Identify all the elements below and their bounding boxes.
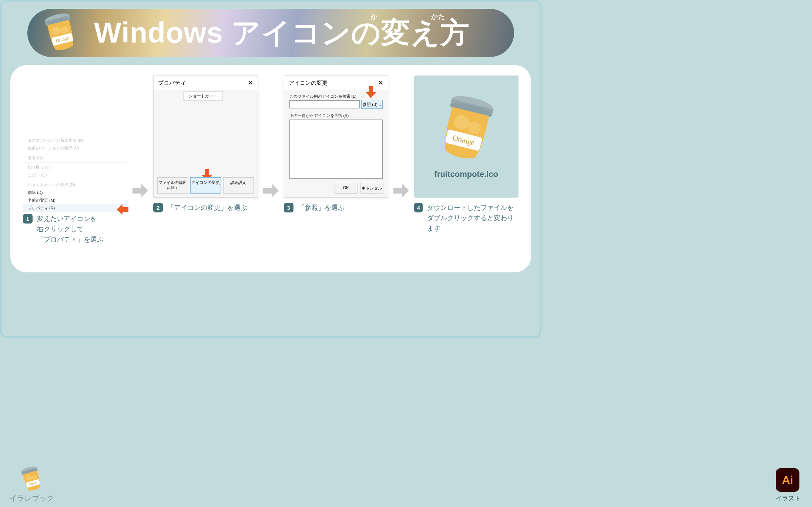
ruby-kata: かた <box>431 12 445 21</box>
change-icon-button[interactable]: アイコンの変更 <box>190 177 221 194</box>
step-caption: 2 「アイコンの変更」を選ぶ <box>153 203 258 213</box>
pointer-arrow-icon <box>365 85 377 99</box>
ctx-item[interactable]: タスクバーにピン留めする (K) <box>23 137 127 144</box>
caption-text: 変えたいアイコンを 右クリックして 「プロパティ」を選ぶ <box>37 214 104 245</box>
step-caption: 1 変えたいアイコンを 右クリックして 「プロパティ」を選ぶ <box>23 214 127 245</box>
cancel-button[interactable]: キャンセル <box>360 183 383 194</box>
step-arrow-icon <box>262 182 279 199</box>
advanced-button[interactable]: 詳細設定 <box>223 177 254 194</box>
pointer-arrow-icon <box>116 204 129 215</box>
caption-text: 「参照」を選ぶ <box>298 203 345 213</box>
ctx-item[interactable]: コピー (C) <box>23 171 127 179</box>
step-caption: 4 ダウンロードしたファイルを ダブルクリックすると変わります <box>414 203 519 234</box>
context-menu: タスクバーにピン留めする (K) 以前のバージョンの復元 (V) 送る (N) … <box>23 135 127 209</box>
dialog-title: アイコンの変更 <box>289 80 328 87</box>
properties-dialog: プロパティ ✕ ショートカット ファイルの場所を開く アイコンの変更 詳細設定 <box>153 75 258 198</box>
dialog-title: プロパティ <box>158 80 186 87</box>
step-3: アイコンの変更 ✕ このファイル内のアイコンを検索 (L): 参照 (B)...… <box>284 75 388 213</box>
step-arrow-icon <box>132 182 149 199</box>
step-number: 1 <box>23 214 33 224</box>
step-1: タスクバーにピン留めする (K) 以前のバージョンの復元 (V) 送る (N) … <box>23 75 127 245</box>
page-title: Windows アイコンの変え方 か かた <box>94 14 470 53</box>
step-2: プロパティ ✕ ショートカット ファイルの場所を開く アイコンの変更 詳細設定 … <box>153 75 258 213</box>
steps-card: タスクバーにピン留めする (K) 以前のバージョンの復元 (V) 送る (N) … <box>10 65 531 272</box>
ctx-item[interactable]: 名前の変更 (M) <box>23 197 127 204</box>
icon-filename: fruitcompote.ico <box>434 169 498 179</box>
caption-text: 「アイコンの変更」を選ぶ <box>167 203 247 213</box>
step-number: 4 <box>414 203 423 212</box>
open-file-location-button[interactable]: ファイルの場所を開く <box>157 177 188 194</box>
ctx-item[interactable]: ショットカットの作成 (S) <box>23 181 127 189</box>
title-banner: Windows アイコンの変え方 か かた <box>27 9 514 57</box>
ruby-ka: か <box>371 12 378 21</box>
step-number: 2 <box>153 203 163 212</box>
jar-icon <box>435 94 498 164</box>
close-icon[interactable]: ✕ <box>378 79 383 87</box>
icon-path-input[interactable] <box>289 100 360 108</box>
icon-list[interactable] <box>289 120 383 179</box>
change-icon-dialog: アイコンの変更 ✕ このファイル内のアイコンを検索 (L): 参照 (B)...… <box>284 75 388 198</box>
ctx-item[interactable]: 以前のバージョンの復元 (V) <box>23 144 127 152</box>
step-number: 3 <box>284 203 293 212</box>
ok-button[interactable]: OK <box>335 183 358 194</box>
close-icon[interactable]: ✕ <box>248 79 253 87</box>
ctx-item[interactable]: 削除 (D) <box>23 189 127 197</box>
title-text: Windows アイコンの変え方 <box>94 16 470 49</box>
step-caption: 3 「参照」を選ぶ <box>284 203 388 213</box>
search-label: このファイル内のアイコンを検索 (L): <box>289 94 358 99</box>
ctx-item-properties[interactable]: プロパティ (R) <box>23 204 127 212</box>
select-label: 下の一覧からアイコンを選択 (S) : <box>289 113 351 118</box>
browse-button[interactable]: 参照 (B)... <box>361 100 383 109</box>
result-preview: fruitcompote.ico <box>414 75 519 198</box>
ctx-item[interactable]: 送る (N) <box>23 154 127 162</box>
step-4: fruitcompote.ico 4 ダウンロードしたファイルを ダブルクリック… <box>414 75 519 234</box>
ctx-item[interactable]: 切り取り (T) <box>23 164 127 171</box>
step-arrow-icon <box>393 182 410 199</box>
caption-text: ダウンロードしたファイルを ダブルクリックすると変わります <box>427 203 519 234</box>
shortcut-tab[interactable]: ショートカット <box>183 91 223 101</box>
jar-icon <box>42 11 79 55</box>
